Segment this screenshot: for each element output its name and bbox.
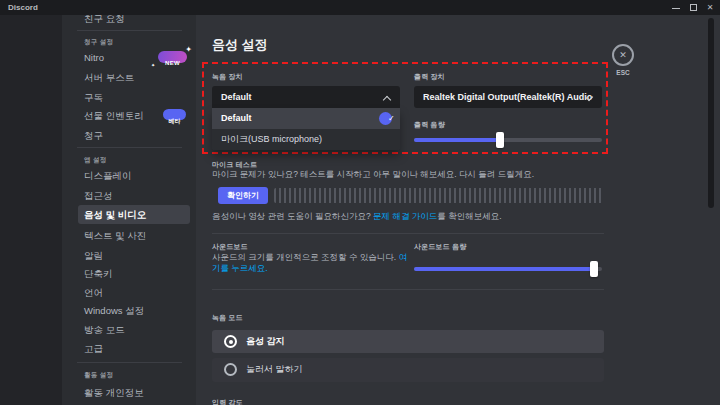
close-icon: ✕: [614, 46, 632, 64]
sparkle-icon: ✦: [151, 62, 155, 68]
sidebar-section-app-settings: 앱 설정: [84, 155, 107, 164]
voice-settings-panel: 음성 설정 ✕ ESC 녹음 장치 Default Default ✓ 마이크(…: [196, 15, 720, 405]
input-device-label: 녹음 장치: [212, 72, 243, 82]
scrollbar-thumb[interactable]: [708, 18, 714, 208]
soundboard-description: 사운드의 크기를 개인적으로 조정할 수 있습니다. 여기를 누르세요.: [212, 252, 408, 275]
sidebar-item-windows-settings[interactable]: Windows 설정: [84, 305, 144, 317]
sidebar-item-voice-video[interactable]: 음성 및 비디오: [78, 205, 190, 224]
sidebar-item-language[interactable]: 언어: [84, 287, 103, 299]
sidebar-item-voice-video-label: 음성 및 비디오: [78, 205, 190, 224]
discord-settings-screen: 친구 요청 청구 설정 Nitro NEW ✦ ✦ 서버 부스트 구독 선물 인…: [0, 0, 720, 405]
troubleshooting-guide-link[interactable]: 문제 해결 가이드: [373, 211, 437, 221]
selected-check-icon: ✓: [379, 112, 392, 125]
sidebar-item-activity-privacy[interactable]: 활동 개인정보: [84, 387, 144, 399]
soundboard-volume-label: 사운드보드 음량: [414, 242, 467, 252]
soundboard-text: 사운드의 크기를 개인적으로 조정할 수 있습니다.: [212, 252, 399, 262]
radio-option-label: 눌러서 말하기: [246, 358, 303, 381]
lets-check-button-label: 확인하기: [218, 187, 268, 204]
sidebar-item-gift-inventory[interactable]: 선물 인벤토리: [84, 110, 144, 122]
sidebar-item-notifications[interactable]: 알림: [84, 250, 103, 262]
section-divider: [212, 289, 604, 290]
input-device-option-default[interactable]: Default ✓: [212, 108, 400, 129]
option-label: 마이크(USB microphone): [212, 129, 400, 150]
maximize-button[interactable]: [686, 0, 702, 15]
sidebar-item-billing[interactable]: 청구: [84, 130, 103, 142]
page-title: 음성 설정: [212, 36, 268, 54]
close-settings-button[interactable]: ✕: [612, 44, 634, 66]
help-text: 음성이나 영상 관련 도움이 필요하신가요? 문제 해결 가이드를 확인해보세요…: [212, 211, 692, 222]
option-label: Default: [212, 108, 400, 129]
beta-badge-label: 베타: [169, 118, 181, 124]
slider-fill: [414, 267, 594, 271]
output-volume-label: 출력 음량: [414, 120, 445, 130]
soundboard-label: 사운드보드: [212, 242, 248, 252]
radio-option-label: 음성 감지: [246, 330, 285, 353]
sidebar-item-server-boost[interactable]: 서버 부스트: [84, 72, 134, 84]
sidebar-section-activity: 활동 설정: [84, 370, 113, 379]
sidebar-item-display[interactable]: 디스플레이: [84, 170, 132, 182]
input-mode-label: 녹음 모드: [212, 313, 243, 323]
new-badge: NEW ✦ ✦: [158, 51, 187, 63]
sparkle-icon: ✦: [185, 45, 192, 54]
output-device-dropdown[interactable]: Realtek Digital Output(Realtek(R) Audio: [414, 86, 602, 108]
mic-level-meter: [274, 188, 604, 203]
sidebar-item-keybinds[interactable]: 단축키: [84, 268, 113, 280]
sidebar-divider: [77, 362, 182, 363]
soundboard-volume-slider[interactable]: [414, 261, 602, 277]
radio-selected-icon: [224, 335, 237, 348]
input-device-option-usb-microphone[interactable]: 마이크(USB microphone): [212, 129, 400, 150]
beta-badge: 베타: [163, 109, 186, 120]
input-sensitivity-label: 입력 감도: [212, 398, 243, 405]
sidebar-item-nitro[interactable]: Nitro: [84, 52, 104, 64]
radio-option-push-to-talk[interactable]: 눌러서 말하기: [212, 358, 604, 382]
help-text-after: 를 확인해보세요.: [437, 211, 501, 221]
sidebar-outer-panel: [0, 15, 62, 405]
chevron-up-icon: [384, 95, 391, 102]
slider-handle[interactable]: [496, 132, 504, 148]
sidebar-item-advanced[interactable]: 고급: [84, 343, 103, 355]
minimize-button[interactable]: [668, 0, 684, 15]
chevron-down-icon: [586, 95, 593, 102]
output-device-label: 출력 장치: [414, 72, 445, 82]
section-divider: [212, 233, 604, 234]
sidebar-item-text-images[interactable]: 텍스트 및 사진: [84, 230, 146, 242]
sidebar-divider: [77, 147, 182, 148]
output-volume-slider[interactable]: [414, 132, 602, 148]
help-text-before: 음성이나 영상 관련 도움이 필요하신가요?: [212, 211, 373, 221]
radio-unselected-icon: [224, 363, 237, 376]
input-device-menu: Default ✓ 마이크(USB microphone): [212, 108, 400, 150]
new-badge-label: NEW: [165, 60, 180, 66]
window-title: Discord: [8, 0, 38, 15]
lets-check-button[interactable]: 확인하기: [218, 187, 268, 204]
input-device-dropdown[interactable]: Default: [212, 86, 400, 108]
input-device-value: Default: [212, 86, 400, 108]
sidebar-item-subscriptions[interactable]: 구독: [84, 92, 103, 104]
sidebar-item-streamer-mode[interactable]: 방송 모드: [84, 324, 125, 336]
window-titlebar: Discord ✕: [0, 0, 720, 15]
mic-test-description: 마이크 문제가 있나요? 테스트를 시작하고 아무 말이나 해보세요. 다시 들…: [212, 169, 692, 180]
output-device-value: Realtek Digital Output(Realtek(R) Audio: [414, 86, 602, 108]
settings-sidebar: 친구 요청 청구 설정 Nitro NEW ✦ ✦ 서버 부스트 구독 선물 인…: [62, 15, 196, 405]
esc-label: ESC: [612, 69, 634, 76]
sidebar-item-accessibility[interactable]: 접근성: [84, 190, 113, 202]
radio-option-voice-activity[interactable]: 음성 감지: [212, 330, 604, 353]
close-icon: ✕: [702, 0, 718, 15]
sidebar-section-billing: 청구 설정: [84, 37, 113, 46]
sidebar-divider: [77, 30, 182, 31]
close-window-button[interactable]: ✕: [702, 0, 718, 15]
check-glyph: ✓: [388, 112, 392, 125]
slider-handle[interactable]: [590, 261, 598, 277]
slider-fill: [414, 138, 500, 142]
